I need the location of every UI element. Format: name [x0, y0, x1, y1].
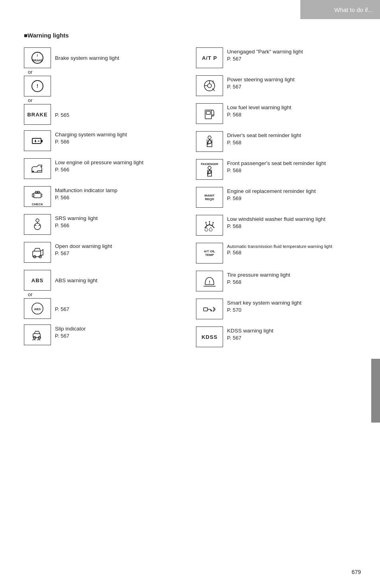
srs-label: SRS warning light: [55, 215, 98, 222]
svg-rect-52: [204, 308, 208, 311]
slip-icon: [24, 324, 51, 345]
kdss-icon: KDSS: [196, 326, 223, 347]
svg-rect-6: [41, 140, 43, 142]
svg-rect-5: [32, 138, 41, 144]
svg-rect-12: [35, 191, 37, 193]
malfunction-item: CHECK Malfunction indicator lamp P. 566: [24, 186, 184, 208]
srs-item: SRS warning light P. 566: [24, 214, 184, 236]
svg-line-21: [39, 225, 40, 226]
svg-point-10: [32, 171, 34, 172]
svg-line-45: [212, 223, 213, 226]
driver-seatbelt-page: P. 568: [227, 140, 301, 146]
svg-point-48: [213, 222, 214, 223]
svg-line-43: [206, 223, 207, 226]
atp-page: P. 567: [227, 56, 303, 62]
svg-point-31: [208, 84, 212, 88]
smart-key-page: P. 570: [227, 307, 302, 313]
passenger-seatbelt-icon: PASSENGER: [196, 159, 223, 180]
driver-seatbelt-icon: [196, 131, 223, 152]
atp-icon: A/T P: [196, 47, 223, 68]
charging-item: Charging system warning light P. 566: [24, 130, 184, 153]
open-door-label: Open door warning light: [55, 243, 112, 250]
low-fuel-icon: [196, 103, 223, 124]
oil-replace-page: P. 569: [227, 195, 316, 201]
smart-key-icon: [196, 299, 223, 319]
page-number: 679: [352, 569, 361, 575]
srs-page: P. 566: [55, 222, 98, 228]
smart-key-item: Smart key system warning light P. 570: [196, 299, 356, 321]
svg-text:!: !: [209, 280, 210, 285]
svg-point-47: [209, 221, 210, 222]
svg-point-39: [208, 136, 211, 139]
charging-page: P. 566: [55, 139, 127, 145]
svg-point-17: [36, 219, 39, 222]
oil-replace-item: MAINT REQD Engine oil replacement remind…: [196, 187, 356, 209]
warning-lights-grid: ! BRAKE Brake system warning light or !: [24, 47, 356, 354]
low-fuel-page: P. 568: [227, 112, 291, 118]
power-steering-item: ! Power steering warning light P. 567: [196, 75, 356, 98]
passenger-seatbelt-item: PASSENGER Front passenger's seat belt re…: [196, 159, 356, 181]
oil-replace-icon: MAINT REQD: [196, 187, 223, 208]
washer-label: Low windshield washer fluid warning ligh…: [227, 216, 325, 223]
section-title: ■Warning lights: [24, 32, 356, 39]
atp-label: Unengaged "Park" warning light: [227, 48, 303, 56]
washer-item: Low windshield washer fluid warning ligh…: [196, 215, 356, 237]
right-column: A/T P Unengaged "Park" warning light P. …: [196, 47, 356, 354]
washer-page: P. 568: [227, 223, 325, 229]
oil-pressure-item: Low engine oil pressure warning light P.…: [24, 158, 184, 181]
kdss-label: KDSS warning light: [227, 327, 273, 335]
or-label-abs: or: [28, 291, 184, 297]
slip-page: P. 567: [55, 333, 86, 339]
power-steering-page: P. 567: [227, 84, 295, 90]
driver-seatbelt-item: Driver's seat belt reminder light P. 568: [196, 131, 356, 153]
malfunction-page: P. 566: [55, 195, 118, 201]
passenger-seatbelt-label: Front passenger's seat belt reminder lig…: [227, 160, 326, 167]
smart-key-label: Smart key system warning light: [227, 299, 302, 307]
svg-text:BRAKE: BRAKE: [33, 59, 43, 62]
svg-line-20: [35, 225, 36, 226]
svg-rect-27: [33, 334, 40, 338]
at-temp-icon: A/T OIL TEMP: [196, 243, 223, 264]
svg-rect-14: [32, 194, 34, 197]
slip-item: Slip indicator P. 567: [24, 324, 184, 347]
tire-pressure-page: P. 568: [227, 279, 290, 285]
charging-label: Charging system warning light: [55, 131, 127, 139]
brake-label: Brake system warning light: [55, 55, 119, 62]
srs-icon: [24, 214, 51, 235]
atp-item: A/T P Unengaged "Park" warning light P. …: [196, 47, 356, 70]
kdss-page: P. 567: [227, 335, 273, 341]
kdss-item: KDSS KDSS warning light P. 567: [196, 326, 356, 349]
abs-page: P. 567: [55, 306, 69, 312]
svg-rect-11: [34, 193, 41, 198]
svg-text:!: !: [212, 80, 214, 85]
brake-icon-1: ! BRAKE: [24, 47, 51, 68]
tire-pressure-label: Tire pressure warning light: [227, 271, 290, 279]
brake-icon-3: BRAKE: [24, 104, 51, 125]
passenger-seatbelt-page: P. 568: [227, 167, 326, 173]
header-bar: What to do if...: [300, 0, 380, 19]
oil-pressure-icon: [24, 158, 51, 179]
open-door-page: P. 567: [55, 250, 112, 256]
open-door-item: Open door warning light P. 567: [24, 242, 184, 264]
left-column: ! BRAKE Brake system warning light or !: [24, 47, 184, 354]
tire-pressure-icon: !: [196, 271, 223, 291]
washer-icon: [196, 215, 223, 236]
charging-icon: [24, 130, 51, 151]
brake-warning-item: ! BRAKE Brake system warning light or !: [24, 47, 184, 125]
slip-label: Slip indicator: [55, 325, 86, 333]
abs-warning-item: ABS ABS warning light or ABS: [24, 270, 184, 319]
oil-pressure-page: P. 566: [55, 167, 143, 173]
abs-label: ABS warning light: [55, 277, 98, 285]
side-tab: [371, 359, 380, 423]
abs-icon-1: ABS: [24, 270, 51, 291]
tire-pressure-item: ! Tire pressure warning light P. 568: [196, 271, 356, 293]
malfunction-label: Malfunction indicator lamp: [55, 187, 118, 195]
svg-point-46: [206, 222, 207, 223]
svg-point-18: [34, 223, 41, 230]
svg-point-41: [208, 166, 211, 169]
power-steering-label: Power steering warning light: [227, 76, 295, 84]
driver-seatbelt-label: Driver's seat belt reminder light: [227, 132, 301, 140]
main-content: ■Warning lights ! BRAKE Brake system war…: [0, 0, 380, 386]
low-fuel-label: Low fuel level warning light: [227, 104, 291, 112]
or-label-1: or: [28, 69, 184, 75]
